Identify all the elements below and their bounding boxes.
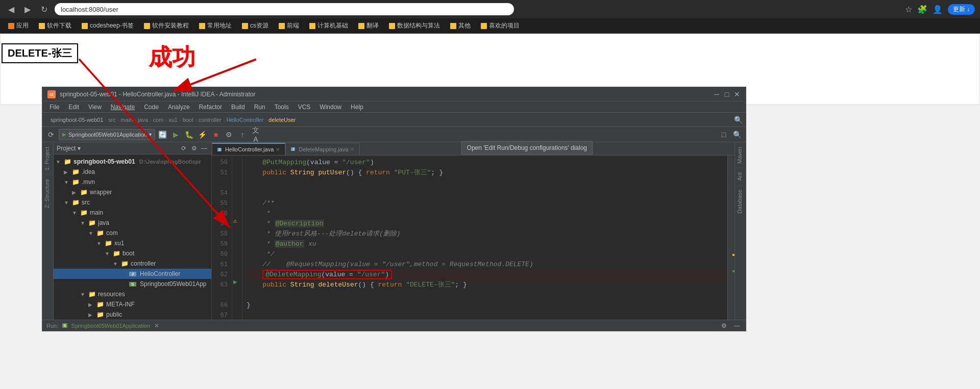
menu-window[interactable]: Window <box>315 102 346 112</box>
menu-code[interactable]: Code <box>140 102 163 112</box>
menu-edit[interactable]: Edit <box>64 102 83 112</box>
menu-file[interactable]: File <box>45 102 63 112</box>
reload-button[interactable]: 🔄 <box>157 129 168 140</box>
bc-src: src <box>108 117 116 123</box>
bookmark-software[interactable]: 软件下载 <box>35 20 76 31</box>
tree-com[interactable]: ▼ 📁 com <box>54 228 211 238</box>
tree-hello-controller[interactable]: J HelloController <box>54 269 211 279</box>
bookmark-codesheep[interactable]: codesheep·书签 <box>78 20 138 31</box>
update-button[interactable]: 更新 ↓ <box>948 4 975 15</box>
tree-main[interactable]: ▼ 📁 main <box>54 208 211 218</box>
line-numbers: 50 51 54 55 56 57 58 59 60 61 62 63 66 6… <box>212 155 232 320</box>
menu-help[interactable]: Help <box>347 102 368 112</box>
tree-java[interactable]: ▼ 📁 java <box>54 218 211 228</box>
address-bar[interactable]: localhost:8080/user <box>55 3 514 15</box>
folder-icon-bm11 <box>481 23 487 29</box>
maven-tab[interactable]: Maven <box>735 142 746 168</box>
build-button[interactable]: ▶ <box>170 129 182 140</box>
nav-back-button[interactable]: ◀ <box>5 4 17 15</box>
project-tab[interactable]: 1: Project <box>42 142 53 174</box>
bookmark-address[interactable]: 常用地址 <box>195 20 236 31</box>
stop-button[interactable]: ■ <box>210 129 222 140</box>
collapse-project-button[interactable]: — <box>200 144 208 152</box>
tree-wrapper[interactable]: ▶ 📁 wrapper <box>54 187 211 197</box>
bc-boot: boot <box>183 117 193 123</box>
menu-tools[interactable]: Tools <box>271 102 293 112</box>
status-gear-button[interactable]: ⚙ <box>719 321 728 330</box>
debug-button[interactable]: 🐛 <box>184 129 195 140</box>
tree-main-label: main <box>90 209 103 216</box>
bookmark-install[interactable]: 软件安装教程 <box>140 20 193 31</box>
menu-navigate[interactable]: Navigate <box>107 102 139 112</box>
code-content[interactable]: @PutMapping(value = "/user") public Stri… <box>242 155 727 320</box>
code-line-60: */ <box>247 249 727 260</box>
tree-public[interactable]: ▶ 📁 public <box>54 309 211 320</box>
maximize-editor-button[interactable]: □ <box>718 129 729 140</box>
code-line-66: } <box>247 300 727 310</box>
menu-analyze[interactable]: Analyze <box>164 102 194 112</box>
account-icon[interactable]: 👤 <box>933 5 943 14</box>
menu-build[interactable]: Build <box>227 102 249 112</box>
bookmark-translate[interactable]: 翻译 <box>354 20 383 31</box>
extensions-icon[interactable]: 🧩 <box>917 5 927 14</box>
folder-icon-bm2 <box>82 23 88 29</box>
tab-hello-controller[interactable]: J HelloController.java ✕ <box>212 143 285 155</box>
tree-idea[interactable]: ▶ 📁 .idea <box>54 167 211 177</box>
database-tab[interactable]: Database <box>735 185 746 218</box>
sync-button[interactable]: ⟳ <box>45 129 57 140</box>
tab-hello-close[interactable]: ✕ <box>276 147 280 152</box>
minimize-window-button[interactable]: ─ <box>713 91 720 98</box>
ant-tab[interactable]: Ant <box>735 168 746 185</box>
gear-project-button[interactable]: ⚙ <box>190 144 198 152</box>
tree-boot[interactable]: ▼ 📁 boot <box>54 248 211 258</box>
folder-icon-bm8 <box>358 23 364 29</box>
tab-delete-mapping[interactable]: J DeleteMapping.java ✕ <box>285 143 360 155</box>
code-editor[interactable]: 50 51 54 55 56 57 58 59 60 61 62 63 66 6… <box>212 155 734 320</box>
run-icon-63[interactable]: ▶ <box>233 278 237 286</box>
tree-project-root[interactable]: ▼ 📁 springboot-05-web01 D:\Java\springBo… <box>54 157 211 167</box>
search-nav-icon[interactable]: 🔍 <box>734 116 743 124</box>
menu-refactor[interactable]: Refactor <box>195 102 226 112</box>
sync-project-button[interactable]: ⟳ <box>180 144 188 152</box>
side-tabs: 1: Project Z: Structure <box>42 142 54 320</box>
maximize-window-button[interactable]: □ <box>723 91 730 98</box>
project-panel: Project ▾ ⟳ ⚙ — ▼ 📁 springboot-05-web01 … <box>54 142 212 320</box>
tree-src[interactable]: ▼ 📁 src <box>54 197 211 208</box>
bookmark-cs[interactable]: cs资源 <box>238 20 273 31</box>
sep7: › <box>195 117 197 123</box>
tree-com-label: com <box>106 229 118 237</box>
menu-view[interactable]: View <box>84 102 106 112</box>
update-project-button[interactable]: ↑ <box>237 129 248 140</box>
nav-forward-button[interactable]: ▶ <box>21 4 34 15</box>
bookmark-ds[interactable]: 数据结构与算法 <box>385 20 444 31</box>
tree-meta-inf[interactable]: ▶ 📁 META-INF <box>54 299 211 309</box>
more-button[interactable]: ⚙ <box>224 129 235 140</box>
menu-run[interactable]: Run <box>250 102 270 112</box>
close-window-button[interactable]: ✕ <box>733 91 741 98</box>
tree-controller-label: controller <box>131 260 156 267</box>
tree-boot-label: boot <box>122 250 134 257</box>
tree-resources[interactable]: ▼ 📁 resources <box>54 289 211 299</box>
tree-springboot-app[interactable]: S Springboot05Web01App <box>54 279 211 289</box>
tab-delete-close[interactable]: ✕ <box>350 146 354 152</box>
bookmark-favorites[interactable]: 喜欢的项目 <box>477 20 524 31</box>
bookmark-other[interactable]: 其他 <box>446 20 475 31</box>
bookmark-cs-basics[interactable]: 计算机基础 <box>305 20 352 31</box>
run-config-select[interactable]: ▶ Springboot05Web01Application ▾ <box>59 129 155 140</box>
structure-tab[interactable]: Z: Structure <box>42 174 53 212</box>
stop-run-icon[interactable]: ✕ <box>154 322 159 329</box>
translate-button[interactable]: 文A <box>250 129 261 140</box>
tree-controller[interactable]: ▼ 📁 controller <box>54 258 211 269</box>
search-everywhere-button[interactable]: 🔍 <box>731 129 743 140</box>
refresh-button[interactable]: ↻ <box>38 4 51 15</box>
status-minimize-button[interactable]: — <box>732 321 742 330</box>
menu-vcs[interactable]: VCS <box>294 102 315 112</box>
star-icon[interactable]: ☆ <box>905 5 912 14</box>
run-coverage-button[interactable]: ⚡ <box>197 129 208 140</box>
code-line-59: * @author xu <box>247 239 727 249</box>
tree-xu1[interactable]: ▼ 📁 xu1 <box>54 238 211 248</box>
tree-mvn[interactable]: ▼ 📁 .mvn <box>54 177 211 187</box>
bookmark-frontend[interactable]: 前端 <box>275 20 303 31</box>
run-label: Run: <box>46 323 58 329</box>
bookmark-apps[interactable]: 应用 <box>4 20 33 31</box>
